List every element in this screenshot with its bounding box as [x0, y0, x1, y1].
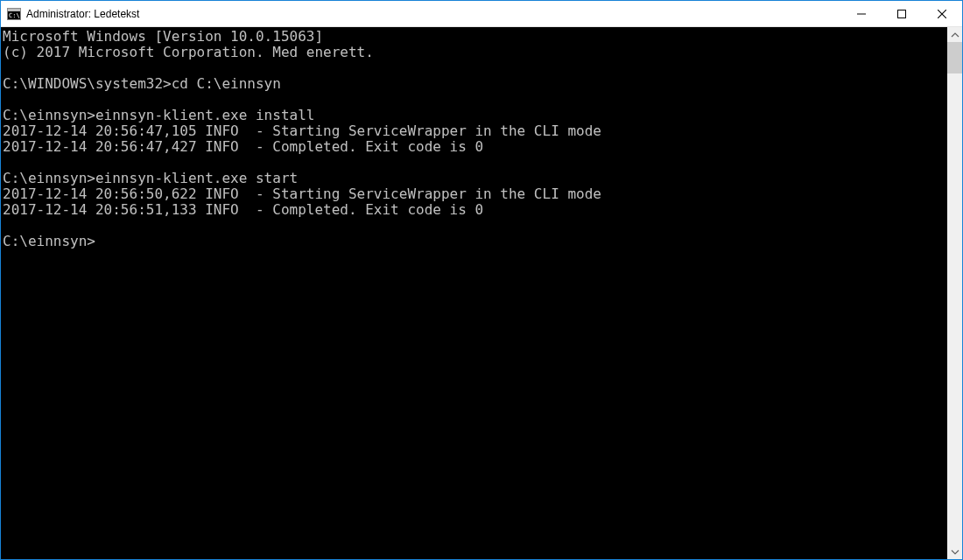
window-controls — [841, 1, 962, 26]
maximize-button[interactable] — [882, 1, 922, 27]
terminal-line: 2017-12-14 20:56:51,133 INFO - Completed… — [3, 202, 945, 218]
maximize-icon — [897, 10, 906, 18]
titlebar[interactable]: C:\ Administrator: Ledetekst — [1, 1, 962, 27]
terminal-line: C:\einnsyn>einnsyn-klient.exe start — [3, 171, 945, 186]
terminal-line: C:\WINDOWS\system32>cd C:\einnsyn — [3, 76, 945, 92]
terminal-line — [3, 155, 945, 171]
command-prompt-icon: C:\ — [7, 7, 21, 21]
svg-text:C:\: C:\ — [9, 12, 20, 19]
client-area: Microsoft Windows [Version 10.0.15063](c… — [1, 27, 962, 559]
terminal-line: (c) 2017 Microsoft Corporation. Med ener… — [3, 45, 945, 60]
command-prompt-window: C:\ Administrator: Ledetekst Micro — [0, 0, 963, 560]
scrollbar-thumb[interactable] — [947, 42, 962, 74]
terminal-line — [3, 92, 945, 108]
close-button[interactable] — [922, 1, 962, 27]
scrollbar-track[interactable] — [947, 42, 962, 544]
terminal-line — [3, 60, 945, 76]
terminal-line: C:\einnsyn>einnsyn-klient.exe install — [3, 108, 945, 123]
terminal-line: 2017-12-14 20:56:50,622 INFO - Starting … — [3, 186, 945, 202]
terminal-output[interactable]: Microsoft Windows [Version 10.0.15063](c… — [1, 27, 947, 559]
terminal-line — [3, 218, 945, 234]
minimize-button[interactable] — [841, 1, 882, 27]
svg-rect-4 — [898, 10, 906, 18]
terminal-line: 2017-12-14 20:56:47,105 INFO - Starting … — [3, 123, 945, 139]
vertical-scrollbar[interactable] — [947, 27, 962, 559]
chevron-down-icon — [951, 548, 959, 556]
terminal-line: Microsoft Windows [Version 10.0.15063] — [3, 29, 945, 45]
svg-rect-3 — [857, 14, 866, 15]
svg-rect-1 — [8, 9, 20, 11]
chevron-up-icon — [951, 31, 959, 39]
minimize-icon — [857, 10, 866, 18]
scroll-down-button[interactable] — [947, 544, 962, 559]
terminal-line: 2017-12-14 20:56:47,427 INFO - Completed… — [3, 139, 945, 155]
close-icon — [938, 10, 946, 18]
window-title: Administrator: Ledetekst — [26, 1, 841, 27]
scroll-up-button[interactable] — [947, 27, 962, 42]
terminal-line: C:\einnsyn> — [3, 234, 945, 249]
